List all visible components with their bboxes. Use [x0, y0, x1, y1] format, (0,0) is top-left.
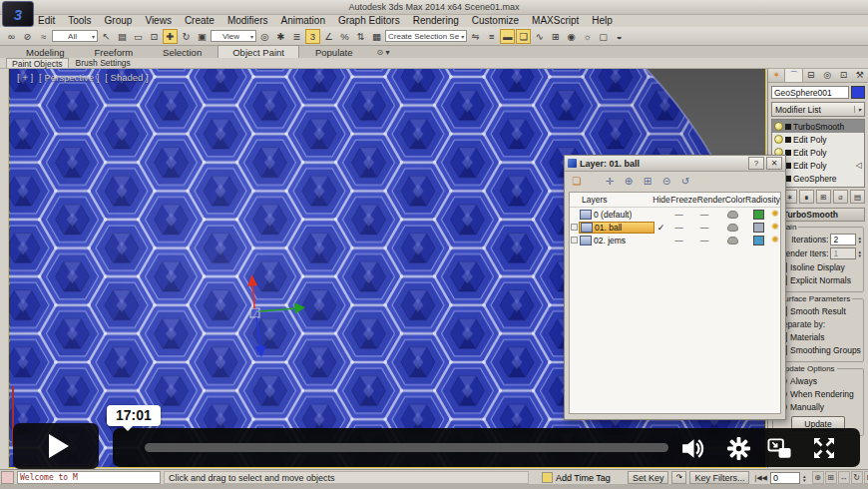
render-iters-field[interactable]: 1 [830, 247, 856, 259]
previous-key-icon[interactable]: |◀◀ [754, 474, 767, 482]
material-editor-button[interactable]: ◉ [564, 29, 579, 44]
menu-item[interactable]: Modifiers [227, 15, 268, 26]
mirror-button[interactable]: ⇋ [468, 29, 483, 44]
hide-toggle[interactable]: — [667, 210, 690, 220]
menu-item[interactable]: Help [592, 15, 613, 26]
hide-toggle[interactable]: — [667, 236, 690, 245]
hierarchy-tab-icon[interactable]: ⊟ [803, 68, 819, 82]
freeze-toggle[interactable]: — [690, 236, 718, 245]
spinner-snap-button[interactable]: ⇅ [353, 29, 368, 44]
curve-editor-button[interactable]: ∿ [532, 29, 547, 44]
modifier-stack-item[interactable]: Edit Poly [772, 133, 864, 146]
layer-color-swatch[interactable] [753, 210, 764, 220]
window-crossing-button[interactable]: ⊡ [147, 29, 162, 44]
bind-to-space-warp-button[interactable]: ≈ [36, 29, 51, 44]
show-end-result-icon[interactable]: ∎ [799, 190, 814, 204]
viewport-pov-menu[interactable]: [ Perspective ] [39, 72, 99, 83]
selection-region-button[interactable]: ▭ [131, 29, 146, 44]
ribbon-tab-populate[interactable]: Populate [301, 46, 367, 58]
layer-row[interactable]: 0 (default) — — ✺ [570, 208, 780, 221]
subtab-brush-settings[interactable]: Brush Settings [71, 58, 136, 68]
keyboard-override-button[interactable]: ≣ [289, 29, 304, 44]
named-selection-sets-button[interactable]: ▦ [369, 29, 384, 44]
configure-modifier-sets-icon[interactable]: ▤ [850, 190, 865, 204]
viewport-plus-menu[interactable]: [ + ] [17, 72, 33, 83]
add-selection-to-current-layer-icon[interactable]: ✛ [603, 175, 617, 188]
create-tab-icon[interactable]: ✶ [768, 68, 784, 82]
modifier-list-dropdown[interactable]: Modifier List ▾ [771, 102, 865, 117]
fullscreen-icon[interactable] [809, 434, 839, 462]
use-pivot-center-button[interactable]: ◎ [257, 29, 272, 44]
menu-item[interactable]: Customize [472, 15, 519, 26]
maximize-viewport-icon[interactable]: ⊡ [864, 471, 868, 484]
hide-toggle[interactable]: — [667, 223, 690, 233]
reference-coordinate-dropdown[interactable]: View▾ [211, 30, 256, 42]
menu-item[interactable]: Group [105, 15, 133, 26]
layer-color-swatch[interactable] [753, 223, 764, 233]
add-time-tag[interactable]: Add Time Tag [542, 472, 611, 483]
settings-icon[interactable] [723, 434, 753, 462]
angle-snap-button[interactable]: ∠ [321, 29, 336, 44]
render-toggle-icon[interactable] [727, 237, 738, 244]
radiosity-icon[interactable]: ✺ [771, 223, 779, 232]
mini-listener-tab[interactable] [1, 471, 14, 484]
freeze-toggle[interactable]: — [690, 223, 718, 233]
orbit-icon[interactable]: ↻ [851, 471, 863, 484]
ribbon-toggle-button[interactable]: ▬ [500, 29, 515, 44]
subtab-paint-objects[interactable]: Paint Objects [6, 58, 69, 68]
align-button[interactable]: ≡ [484, 29, 499, 44]
expand-icon[interactable] [571, 211, 578, 218]
3dsmax-logo[interactable]: 3 [2, 1, 34, 27]
visibility-bulb-icon[interactable] [774, 135, 783, 144]
visibility-bulb-icon[interactable] [774, 122, 783, 131]
modify-tab-icon[interactable]: ⌒ [784, 68, 802, 82]
spinner-arrows[interactable]: ▴▾ [858, 236, 861, 244]
dialog-title-bar[interactable]: Layer: 01. ball ?✕ [565, 156, 785, 172]
pan-icon[interactable]: ↔ [838, 471, 850, 484]
select-and-rotate-button[interactable]: ↻ [179, 29, 194, 44]
remove-modifier-icon[interactable]: ⌀ [833, 190, 848, 204]
layer-row[interactable]: 02. jems — — ✺ [570, 234, 780, 246]
current-frame-field[interactable]: 0 [770, 472, 800, 484]
select-object-button[interactable]: ↖ [99, 29, 114, 44]
object-color-swatch[interactable] [851, 86, 865, 99]
select-and-move-button[interactable]: ✚ [163, 29, 178, 44]
layer-explorer-button[interactable]: ❏ [516, 29, 531, 44]
auto-key-icon[interactable]: ↷ [671, 471, 686, 484]
select-and-manipulate-button[interactable]: ✱ [273, 29, 288, 44]
zoom-all-icon[interactable]: ⊞ [825, 471, 837, 484]
select-and-link-button[interactable]: ∞ [4, 29, 19, 44]
render-toggle-icon[interactable] [727, 224, 738, 232]
menu-item[interactable]: Create [185, 15, 215, 26]
iterations-field[interactable]: 2 [830, 234, 856, 245]
select-objects-in-highlighted-layers-icon[interactable]: ⊕ [622, 175, 636, 188]
merge-layers-icon[interactable]: ⊝ [659, 175, 673, 188]
display-tab-icon[interactable]: ⊡ [835, 68, 851, 82]
menu-item[interactable]: Edit [38, 15, 55, 26]
layer-color-swatch[interactable] [753, 236, 764, 245]
set-key-button[interactable]: Set Key [628, 471, 669, 484]
ribbon-tab-modeling[interactable]: Modeling [12, 46, 79, 58]
snaps-toggle-button[interactable]: 3 [305, 29, 320, 44]
viewport-shading-menu[interactable]: [ Shaded ] [105, 72, 148, 83]
menu-item[interactable]: Animation [280, 15, 324, 26]
percent-snap-button[interactable]: % [337, 29, 352, 44]
layer-row[interactable]: 01. ball ✓ — — ✺ [570, 221, 780, 234]
menu-item[interactable]: Graph Editors [338, 15, 400, 26]
expand-icon[interactable] [571, 224, 578, 231]
menu-item[interactable]: Tools [68, 15, 91, 26]
dialog-help-button[interactable]: ? [748, 157, 764, 170]
select-and-scale-button[interactable]: ▣ [195, 29, 210, 44]
menu-item[interactable]: Views [145, 15, 172, 26]
radiosity-icon[interactable]: ✺ [771, 210, 779, 219]
ribbon-tab-freeform[interactable]: Freeform [81, 46, 148, 58]
spinner-arrows[interactable]: ▴▾ [858, 249, 861, 257]
object-name-field[interactable] [771, 86, 849, 99]
utilities-tab-icon[interactable]: ⚒ [852, 68, 868, 82]
radiosity-icon[interactable]: ✺ [771, 236, 779, 244]
unlink-selection-button[interactable]: ⊘ [20, 29, 35, 44]
modifier-stack-item[interactable]: TurboSmooth [772, 120, 864, 133]
key-filters-button[interactable]: Key Filters... [689, 471, 749, 484]
selection-set-field[interactable]: Create Selection Se▾ [385, 30, 467, 42]
volume-icon[interactable] [677, 434, 707, 462]
